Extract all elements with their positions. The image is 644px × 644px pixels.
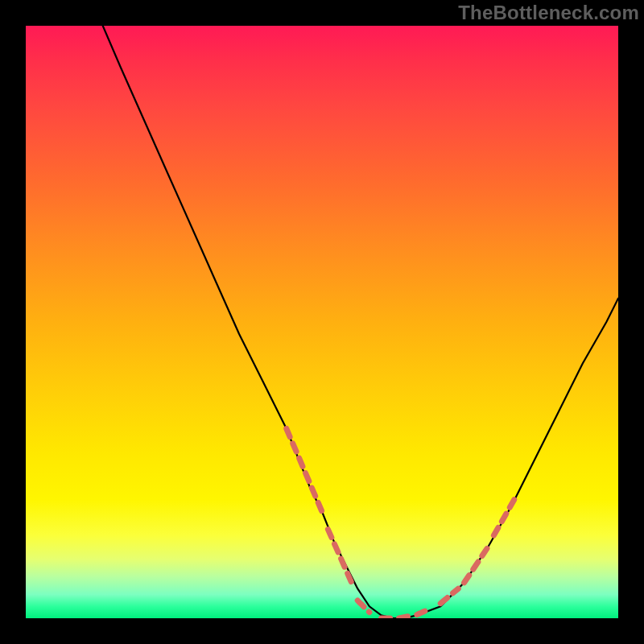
highlight-segments — [287, 429, 518, 619]
watermark-text: TheBottleneck.com — [458, 2, 639, 24]
curve-svg — [26, 26, 618, 618]
main-curve — [103, 26, 618, 618]
plot-area — [26, 26, 618, 618]
chart-container: TheBottleneck.com — [0, 0, 644, 644]
